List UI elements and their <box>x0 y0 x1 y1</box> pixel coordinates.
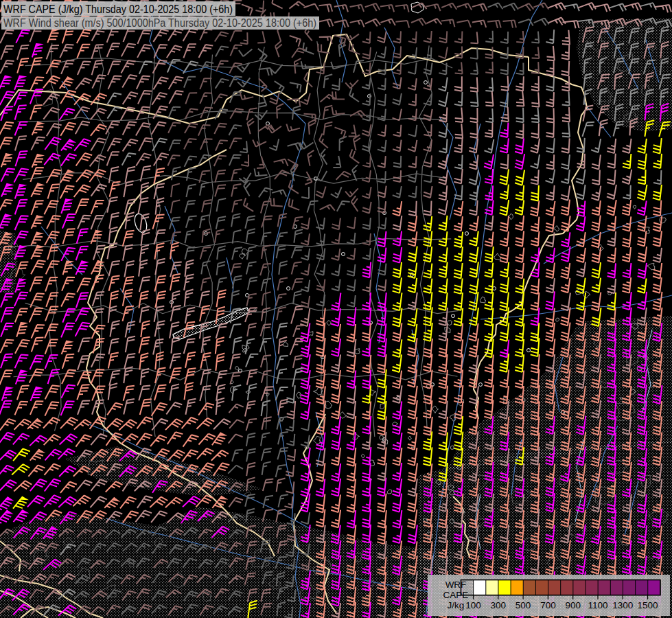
svg-text:WRF CAPE (J/kg) Thursday 02-10: WRF CAPE (J/kg) Thursday 02-10-2025 18:0… <box>3 3 233 15</box>
svg-text:1100: 1100 <box>588 600 607 610</box>
svg-text:WRF: WRF <box>445 580 467 590</box>
svg-text:CAPE: CAPE <box>443 590 469 600</box>
svg-text:WRF Wind shear (m/s) 500/1000h: WRF Wind shear (m/s) 500/1000hPa Thursda… <box>3 17 316 29</box>
svg-text:1300: 1300 <box>612 600 633 610</box>
svg-text:700: 700 <box>540 600 556 610</box>
svg-text:900: 900 <box>565 600 581 610</box>
svg-text:1500: 1500 <box>638 600 658 610</box>
svg-text:J/kg: J/kg <box>448 600 465 610</box>
svg-text:100: 100 <box>465 600 481 610</box>
svg-text:500: 500 <box>515 600 531 610</box>
svg-text:300: 300 <box>491 600 507 610</box>
